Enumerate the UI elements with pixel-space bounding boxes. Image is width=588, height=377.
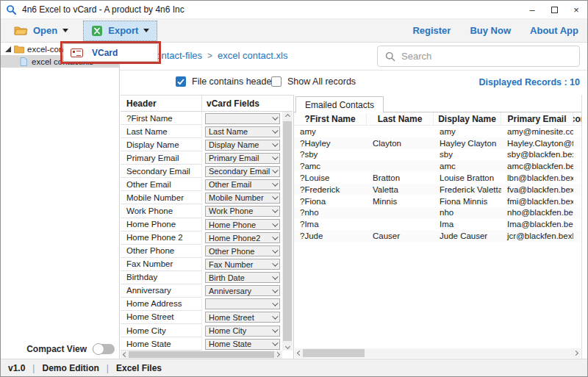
show-all-records-checkbox[interactable]: [271, 76, 282, 87]
chevron-down-icon: [272, 234, 278, 240]
contacts-column-header[interactable]: Primary Email: [501, 112, 573, 125]
mapping-source-header: Home City: [121, 324, 202, 337]
tab-emailed-contacts[interactable]: Emailed Contacts: [295, 96, 384, 113]
vcard-field-dropdown[interactable]: Other Email: [205, 179, 280, 190]
mapping-vertical-scrollbar[interactable]: [282, 112, 293, 351]
contact-row[interactable]: ?FrederickValettaFrederick Valettafva@bl…: [294, 184, 581, 195]
mapping-row: BirthdayBirth Date: [121, 271, 282, 284]
scroll-down-icon[interactable]: [284, 343, 290, 348]
contact-cell: amy@minesite.com: [501, 126, 573, 137]
contact-cell: [573, 160, 581, 172]
contacts-column-header[interactable]: Display Name: [434, 112, 501, 125]
vcard-field-dropdown[interactable]: Mobile Number: [205, 193, 280, 204]
search-box[interactable]: [377, 46, 580, 67]
contact-row[interactable]: ?FionaMinnisFiona Minnisfmi@blackfen.bex…: [294, 195, 581, 207]
contact-row[interactable]: ?amcamcamc@blackfen.bexley: [294, 160, 581, 172]
export-menu-item-vcard[interactable]: VCard: [92, 48, 118, 58]
open-folder-icon: [14, 25, 28, 36]
open-button[interactable]: Open: [7, 21, 76, 41]
maximize-button[interactable]: [543, 1, 565, 18]
vcard-field-dropdown[interactable]: Display Name: [205, 140, 280, 151]
contact-row[interactable]: ?sbysbysby@blackfen.bexley.: [294, 149, 581, 161]
chevron-down-icon: [272, 127, 278, 133]
excel-file-icon: [18, 57, 29, 66]
contact-row[interactable]: ?LouiseBrattonLouise Brattonlbn@blackfen…: [294, 172, 581, 184]
contacts-scroll-left-icon[interactable]: [297, 351, 302, 356]
vcard-field-dropdown[interactable]: Home Phone: [205, 219, 280, 230]
vcard-field-dropdown[interactable]: Anniversary: [205, 285, 280, 296]
contact-row[interactable]: ?ImaImaIma@blackfen.bexley.: [294, 218, 581, 230]
about-app-link[interactable]: About App: [530, 25, 578, 36]
mapping-source-header: Work Phone: [121, 204, 202, 218]
mapping-hscroll-thumb[interactable]: [129, 351, 274, 358]
contact-row[interactable]: ?nhonhonho@blackfen.bexley: [294, 207, 581, 219]
mapping-row: Home StateHome State: [121, 337, 282, 351]
search-input[interactable]: [401, 51, 572, 62]
mapping-horizontal-scrollbar[interactable]: [121, 351, 282, 359]
file-contains-header-checkbox[interactable]: [176, 76, 186, 87]
vcard-field-dropdown[interactable]: Primary Email: [205, 153, 280, 164]
contacts-hscroll-thumb[interactable]: [303, 349, 365, 357]
maximize-icon: [551, 7, 558, 13]
vcard-field-dropdown[interactable]: Fax Number: [205, 259, 280, 270]
tree-expander-icon[interactable]: [5, 46, 11, 52]
contacts-tabstrip: Emailed Contacts: [294, 95, 581, 112]
sidebar-tree-panel: excel-contact-files excel contact.xls Co…: [1, 43, 120, 359]
mapping-row: Display NameDisplay Name: [121, 138, 282, 151]
mapping-source-header: Display Name: [121, 138, 202, 151]
vcard-field-dropdown[interactable]: Home Phone2: [205, 232, 280, 243]
folder-icon: [14, 45, 24, 54]
vcard-field-dropdown[interactable]: Birth Date: [205, 272, 280, 283]
vcard-field-value: Work Phone: [209, 207, 272, 215]
contacts-column-header[interactable]: Secondary Email: [573, 112, 581, 125]
mapping-source-header: Other Email: [121, 178, 202, 191]
contact-cell: ?Louise: [294, 172, 367, 184]
show-all-records-option[interactable]: Show All records: [271, 76, 356, 87]
scroll-up-icon[interactable]: [284, 113, 290, 118]
minimize-button[interactable]: –: [521, 1, 543, 18]
contact-row[interactable]: ?JudeCauserJude Causerjcr@blackfen.bexle…: [294, 230, 581, 242]
vcard-field-dropdown[interactable]: Last Name: [205, 126, 280, 137]
contacts-column-header[interactable]: ?First Name: [294, 112, 367, 125]
contact-cell: ?Fiona: [294, 195, 367, 207]
contacts-horizontal-scrollbar[interactable]: [295, 348, 581, 358]
vcard-field-value: Display Name: [209, 140, 272, 149]
export-button[interactable]: Export: [83, 21, 157, 41]
contacts-column-header[interactable]: Last Name: [367, 112, 434, 125]
scroll-left-icon[interactable]: [123, 352, 128, 357]
status-edition: Demo Edition: [42, 363, 98, 373]
contact-row[interactable]: ?HayleyClaytonHayley ClaytonHayley.Clayt…: [294, 137, 581, 149]
contact-cell: nho@blackfen.bexley: [501, 207, 573, 219]
mapping-source-header: Home Address: [121, 298, 202, 311]
vcard-field-dropdown[interactable]: Other Phone: [205, 245, 280, 256]
vcard-field-dropdown[interactable]: Home State: [205, 339, 280, 350]
mapping-row: Work PhoneWork Phone: [121, 204, 282, 218]
title-bar: 4n6 Excel to vCard - A product by 4n6 In…: [1, 1, 587, 19]
compact-view-control: Compact View: [26, 344, 115, 354]
mapping-vscroll-thumb[interactable]: [283, 121, 292, 341]
vcard-field-dropdown[interactable]: Home City: [205, 326, 280, 337]
vcard-field-dropdown[interactable]: [205, 113, 280, 124]
close-button[interactable]: ×: [565, 1, 587, 18]
compact-view-toggle[interactable]: [93, 344, 115, 354]
contact-cell: sby: [434, 149, 501, 161]
export-menu-popup: VCard: [63, 43, 158, 62]
open-button-label: Open: [33, 25, 57, 36]
vcard-field-dropdown[interactable]: Home Street: [205, 312, 280, 323]
mapping-row: Primary EmailPrimary Email: [121, 151, 282, 165]
export-button-label: Export: [108, 25, 138, 36]
buy-now-link[interactable]: Buy Now: [470, 25, 511, 36]
contact-cell: [573, 230, 581, 242]
scroll-right-icon[interactable]: [275, 352, 280, 357]
register-link[interactable]: Register: [412, 25, 451, 36]
vcard-field-value: Home Phone: [209, 220, 272, 229]
breadcrumb-current[interactable]: excel contact.xls: [218, 50, 287, 61]
contact-row[interactable]: amyamyamy@minesite.com: [294, 126, 581, 137]
status-separator: |: [32, 363, 35, 373]
vcard-field-dropdown[interactable]: Work Phone: [205, 206, 280, 217]
vcard-field-dropdown[interactable]: Secondary Email: [205, 166, 280, 177]
contacts-scroll-right-icon[interactable]: [573, 351, 578, 356]
vcard-field-dropdown[interactable]: [205, 298, 280, 309]
file-contains-header-option[interactable]: File contains header: [176, 76, 275, 87]
contact-cell: [367, 207, 434, 219]
